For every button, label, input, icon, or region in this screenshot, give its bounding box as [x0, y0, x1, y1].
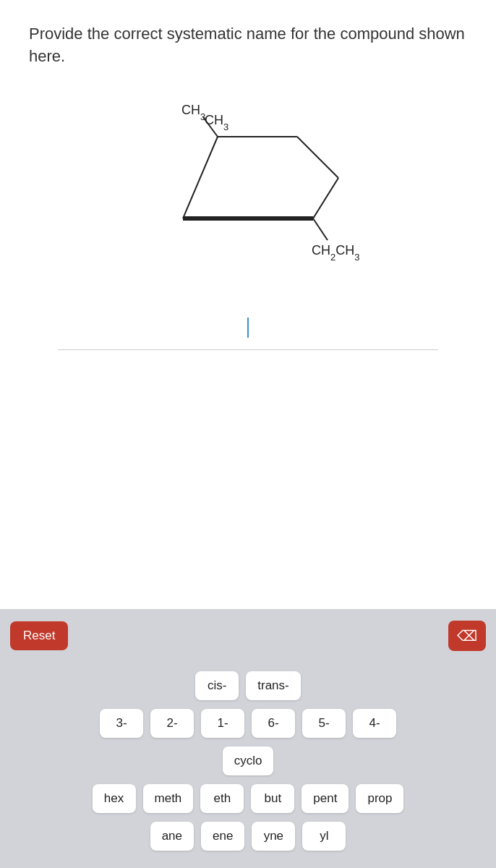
- svg-text:CH2CH3: CH2CH3: [312, 243, 359, 263]
- molecule-area: CH3 CH3 CH2CH3: [29, 97, 467, 263]
- svg-line-4: [183, 137, 218, 218]
- ch3-label: CH3: [205, 113, 228, 132]
- key-ane[interactable]: ane: [150, 822, 194, 851]
- key-pent[interactable]: pent: [302, 784, 349, 813]
- key-trans[interactable]: trans-: [246, 671, 300, 700]
- key-eth[interactable]: eth: [200, 784, 244, 813]
- text-cursor: [247, 318, 249, 338]
- reset-button[interactable]: Reset: [10, 621, 68, 650]
- key-but[interactable]: but: [251, 784, 294, 813]
- key-ene[interactable]: ene: [201, 822, 244, 851]
- key-1[interactable]: 1-: [201, 709, 244, 738]
- svg-line-1: [297, 137, 338, 178]
- backspace-button[interactable]: ⌫: [448, 621, 486, 651]
- answer-input-area[interactable]: [58, 307, 438, 350]
- key-6[interactable]: 6-: [252, 709, 295, 738]
- key-prop[interactable]: prop: [356, 784, 403, 813]
- key-2[interactable]: 2-: [150, 709, 194, 738]
- svg-text:CH3: CH3: [181, 103, 205, 122]
- keyboard-row-cyclo: cyclo: [223, 746, 274, 775]
- key-yne[interactable]: yne: [252, 822, 295, 851]
- keyboard-row-cis-trans: cis- trans-: [195, 671, 300, 700]
- keyboard-row-numbers: 3- 2- 1- 6- 5- 4-: [100, 709, 396, 738]
- keyboard-top-row: Reset ⌫: [7, 621, 489, 651]
- svg-line-2: [313, 178, 338, 218]
- key-cis[interactable]: cis-: [195, 671, 239, 700]
- key-yl[interactable]: yl: [302, 822, 346, 851]
- question-text: Provide the correct systematic name for …: [29, 23, 467, 68]
- keyboard-row-suffixes: ane ene yne yl: [150, 822, 346, 851]
- key-meth[interactable]: meth: [143, 784, 194, 813]
- question-area: Provide the correct systematic name for …: [0, 0, 496, 609]
- key-3[interactable]: 3-: [100, 709, 143, 738]
- svg-line-6: [313, 218, 328, 240]
- molecule-diagram: CH3 CH3 CH2CH3: [118, 97, 393, 263]
- key-cyclo[interactable]: cyclo: [223, 746, 274, 775]
- keyboard-row-prefixes: hex meth eth but pent prop: [93, 784, 404, 813]
- keyboard-area: Reset ⌫ cis- trans- 3- 2- 1- 6- 5- 4- cy…: [0, 609, 496, 868]
- key-4[interactable]: 4-: [353, 709, 396, 738]
- key-5[interactable]: 5-: [302, 709, 346, 738]
- key-hex[interactable]: hex: [93, 784, 136, 813]
